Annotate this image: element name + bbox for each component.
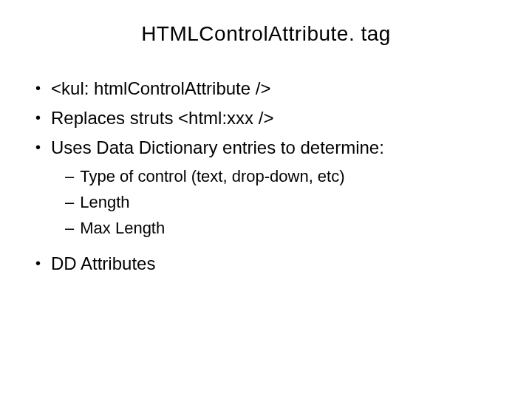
bullet-text: Uses Data Dictionary entries to determin… [51, 134, 384, 161]
bullet-item: Replaces struts <html:xxx /> [35, 105, 502, 132]
sub-bullet-list: Type of control (text, drop-down, etc) L… [30, 164, 502, 240]
sub-bullet-text: Max Length [80, 216, 165, 240]
slide-title: HTMLControlAttribute. tag [30, 22, 502, 46]
sub-bullet-item: Max Length [65, 216, 502, 240]
sub-bullet-text: Length [80, 190, 129, 214]
bullet-item: <kul: htmlControlAttribute /> [35, 75, 502, 102]
bullet-item: Uses Data Dictionary entries to determin… [35, 134, 502, 161]
sub-bullet-item: Length [65, 190, 502, 214]
bullet-text: <kul: htmlControlAttribute /> [51, 75, 270, 102]
bullet-text: DD Attributes [51, 250, 155, 277]
bullet-item: DD Attributes [35, 250, 502, 277]
sub-bullet-item: Type of control (text, drop-down, etc) [65, 164, 502, 188]
bullet-text: Replaces struts <html:xxx /> [51, 105, 273, 132]
sub-bullet-text: Type of control (text, drop-down, etc) [80, 164, 344, 188]
main-bullet-list-continued: DD Attributes [30, 250, 502, 277]
main-bullet-list: <kul: htmlControlAttribute /> Replaces s… [30, 75, 502, 161]
